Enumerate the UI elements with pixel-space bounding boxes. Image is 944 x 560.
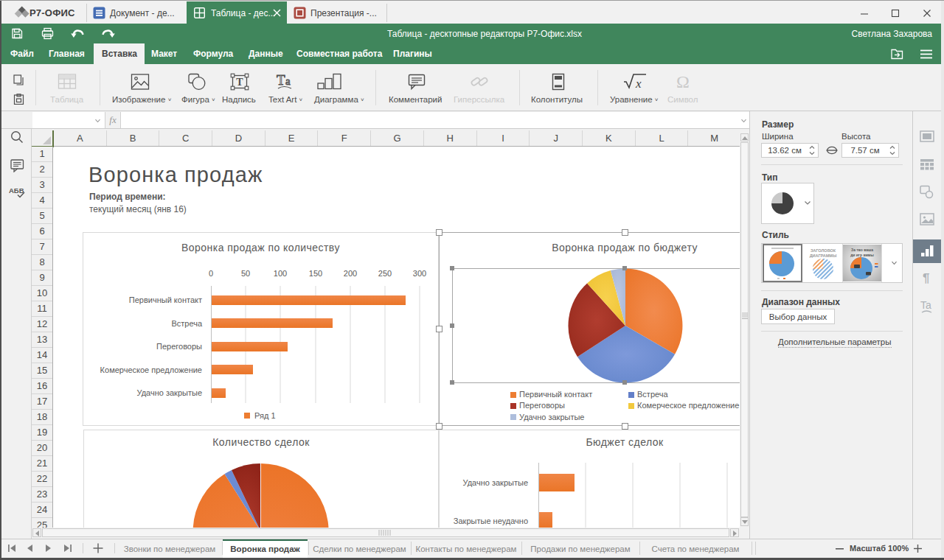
svg-text:T: T: [236, 77, 243, 88]
svg-text:x: x: [635, 77, 642, 91]
svg-text:ди игр аммы: ди игр аммы: [850, 253, 874, 257]
svg-text:a: a: [285, 75, 291, 87]
svg-text:Ta: Ta: [920, 299, 931, 311]
svg-text:За тво ваша: За тво ваша: [851, 248, 873, 252]
svg-text:ДИАГРАММЫ: ДИАГРАММЫ: [810, 253, 837, 258]
svg-text:АБВ: АБВ: [9, 186, 24, 195]
svg-text:Ω: Ω: [676, 72, 690, 91]
svg-text:ЗАГОЛОВОК: ЗАГОЛОВОК: [811, 248, 836, 253]
svg-text:T: T: [277, 72, 285, 88]
